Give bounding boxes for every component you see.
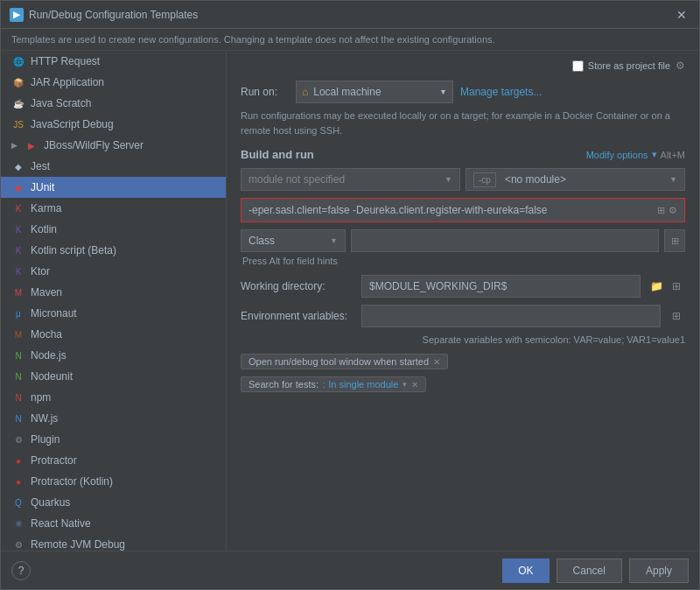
nodejs-icon: N	[11, 348, 25, 362]
bottom-bar: ? OK Cancel Apply	[1, 551, 699, 589]
modify-options-button[interactable]: Modify options ▾ Alt+M	[586, 149, 685, 160]
class-select[interactable]: Class ▼	[241, 229, 346, 252]
sidebar-item-nodejs[interactable]: NNode.js	[1, 345, 226, 366]
sidebar-item-label-micronaut: Micronaut	[31, 307, 77, 320]
kotlin-icon: K	[11, 222, 25, 236]
module-select-arrow-icon: ▼	[444, 175, 452, 184]
open-run-close-icon[interactable]: ✕	[433, 357, 440, 367]
env-vars-browse-icon[interactable]: ⊞	[668, 307, 685, 325]
search-tests-dropdown-icon[interactable]: ▾	[402, 380, 407, 389]
main-panel: Store as project file ⚙ Run on: ⌂ Local …	[227, 51, 699, 551]
maven-icon: M	[11, 285, 25, 299]
sidebar-item-label-npm: npm	[31, 391, 51, 404]
help-button[interactable]: ?	[11, 561, 31, 580]
sidebar-item-label-ktor: Ktor	[31, 265, 50, 277]
class-arrow-icon: ▼	[330, 236, 338, 245]
class-input-field[interactable]	[351, 229, 659, 252]
sidebar-item-label-protractor: Protractor	[31, 454, 77, 467]
quarkus-icon: Q	[11, 495, 25, 509]
home-icon: ⌂	[302, 86, 308, 98]
no-module-label: <no module>	[505, 173, 566, 186]
working-dir-label: Working directory:	[241, 280, 354, 292]
sidebar-item-label-kotlin: Kotlin	[31, 223, 57, 235]
javascript-debug-icon: JS	[11, 117, 25, 131]
field-hint: Press Alt for field hints	[241, 256, 685, 266]
sidebar-item-ktor[interactable]: KKtor	[1, 261, 226, 282]
sidebar-item-protractor[interactable]: ●Protractor	[1, 450, 226, 471]
settings-icon[interactable]: ⚙	[676, 60, 685, 72]
sidebar-item-java-scratch[interactable]: ☕Java Scratch	[1, 93, 226, 114]
sidebar-item-micronaut[interactable]: μMicronaut	[1, 303, 226, 324]
sidebar-item-quarkus[interactable]: QQuarkus	[1, 492, 226, 513]
jboss-wildfly-icon: ▶	[24, 138, 38, 152]
sidebar-item-kotlin-script[interactable]: KKotlin script (Beta)	[1, 240, 226, 261]
cancel-button[interactable]: Cancel	[556, 558, 622, 583]
sidebar-item-react-native[interactable]: ⚛React Native	[1, 513, 226, 534]
sidebar-item-http-request[interactable]: 🌐HTTP Request	[1, 51, 226, 72]
sidebar-item-label-protractor-kotlin: Protractor (Kotlin)	[31, 475, 113, 488]
dialog-icon: ▶	[10, 8, 24, 22]
jest-icon: ◆	[11, 159, 25, 173]
search-tests-close-icon[interactable]: ✕	[411, 380, 418, 390]
ok-button[interactable]: OK	[502, 558, 549, 583]
sidebar-item-label-react-native: React Native	[31, 517, 91, 530]
sidebar-item-label-jar-application: JAR Application	[31, 76, 104, 88]
sidebar-item-nodeunit[interactable]: NNodeunit	[1, 366, 226, 387]
working-dir-row: Working directory: $MODULE_WORKING_DIR$ …	[241, 275, 685, 298]
sidebar-item-mocha[interactable]: MMocha	[1, 324, 226, 345]
sidebar-item-remote-jvm-debug[interactable]: ⚙Remote JVM Debug	[1, 534, 226, 551]
sidebar-item-jar-application[interactable]: 📦JAR Application	[1, 72, 226, 93]
folder-browse-icon[interactable]: 📁	[648, 277, 665, 295]
tag-row: Open run/debug tool window when started …	[241, 354, 685, 369]
close-button[interactable]: ✕	[673, 6, 690, 24]
sidebar-item-label-maven: Maven	[31, 286, 62, 299]
sidebar-item-protractor-kotlin[interactable]: ●Protractor (Kotlin)	[1, 471, 226, 492]
sidebar-item-nwjs[interactable]: NNW.js	[1, 408, 226, 429]
sidebar-item-karma[interactable]: KKarma	[1, 198, 226, 219]
junit-icon: ◆	[11, 180, 25, 194]
class-browse-button[interactable]: ⊞	[664, 229, 685, 252]
http-request-icon: 🌐	[11, 54, 25, 68]
npm-icon: N	[11, 390, 25, 404]
sidebar-item-label-quarkus: Quarkus	[31, 496, 70, 509]
jar-application-icon: 📦	[11, 75, 25, 89]
env-hint: Separate variables with semicolon: VAR=v…	[241, 334, 685, 345]
sidebar-item-label-plugin: Plugin	[31, 433, 60, 446]
mocha-icon: M	[11, 327, 25, 341]
store-project-row: Store as project file ⚙	[241, 60, 685, 72]
sidebar-item-maven[interactable]: MMaven	[1, 282, 226, 303]
run-on-label: Run on:	[241, 86, 289, 98]
run-on-select[interactable]: ⌂ Local machine ▼	[296, 81, 453, 103]
sidebar-item-jest[interactable]: ◆Jest	[1, 156, 226, 177]
search-tests-value[interactable]: : In single module	[323, 379, 398, 390]
expand-icon[interactable]: ⊞	[657, 205, 665, 216]
karma-icon: K	[11, 201, 25, 215]
working-dir-input[interactable]: $MODULE_WORKING_DIR$	[361, 275, 640, 298]
sidebar-item-npm[interactable]: Nnpm	[1, 387, 226, 408]
sidebar-item-label-karma: Karma	[31, 202, 61, 214]
settings-small-icon[interactable]: ⚙	[668, 205, 677, 216]
sidebar-item-plugin[interactable]: ⚙Plugin	[1, 429, 226, 450]
vm-options-row: -eper.sasl.client=false -Deureka.client.…	[241, 198, 685, 222]
store-project-label[interactable]: Store as project file	[572, 60, 670, 72]
manage-targets-link[interactable]: Manage targets...	[460, 86, 542, 98]
module-select[interactable]: module not specified ▼	[241, 168, 460, 191]
sidebar-item-jboss-wildfly[interactable]: ▶▶JBoss/WildFly Server	[1, 135, 226, 156]
sidebar-item-junit[interactable]: ◆JUnit	[1, 177, 226, 198]
working-dir-icons: 📁 ⊞	[648, 277, 685, 295]
working-dir-options-icon[interactable]: ⊞	[668, 277, 685, 295]
run-description: Run configurations may be executed local…	[241, 109, 685, 137]
sidebar-item-label-remote-jvm-debug: Remote JVM Debug	[31, 538, 125, 551]
search-tests-tag: Search for tests: : In single module ▾ ✕	[241, 376, 426, 392]
env-vars-input[interactable]	[361, 305, 661, 327]
apply-button[interactable]: Apply	[629, 558, 689, 583]
store-project-checkbox[interactable]	[572, 60, 584, 72]
sidebar-item-label-junit: JUnit	[31, 181, 54, 193]
sidebar-item-javascript-debug[interactable]: JSJavaScript Debug	[1, 114, 226, 135]
sidebar-item-kotlin[interactable]: KKotlin	[1, 219, 226, 240]
remote-jvm-debug-icon: ⚙	[11, 537, 25, 551]
class-label: Class	[248, 235, 275, 247]
modify-options-shortcut: Alt+M	[661, 150, 685, 160]
no-module-select[interactable]: -cp <no module> ▼	[466, 168, 685, 191]
vm-options-text: -eper.sasl.client=false -Deureka.client.…	[248, 204, 657, 216]
